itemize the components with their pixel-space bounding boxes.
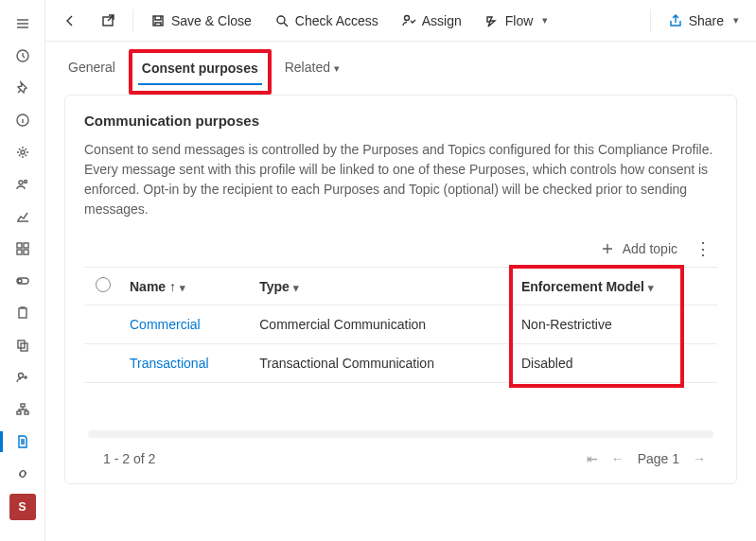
clock-icon[interactable]	[0, 40, 45, 72]
arrow-left-icon	[62, 13, 78, 28]
open-icon	[100, 13, 115, 28]
save-icon	[150, 13, 166, 28]
main-area: Save & Close Check Access Assign Flow▾ S…	[45, 0, 756, 541]
horizontal-scrollbar[interactable]	[88, 430, 713, 438]
share-icon	[668, 13, 683, 28]
panel-description: Consent to send messages is controlled b…	[84, 140, 717, 219]
add-topic-label: Add topic	[623, 241, 677, 256]
back-button[interactable]	[53, 6, 87, 36]
share-button[interactable]: Share▾	[659, 6, 748, 36]
svg-point-14	[18, 374, 23, 378]
highlight-consent-tab: Consent purposes	[129, 49, 272, 95]
sort-asc-icon: ↑	[169, 279, 176, 294]
row-name-link[interactable]: Commercial	[130, 317, 201, 332]
table-row[interactable]: Commercial Commercial Communication Non-…	[84, 305, 717, 344]
svg-rect-11	[19, 308, 26, 318]
row-type: Commercial Communication	[252, 305, 514, 344]
page-first-button[interactable]: ⇤	[587, 451, 598, 466]
chevron-down-icon: ▾	[542, 14, 548, 26]
svg-rect-7	[17, 250, 22, 254]
purposes-table: Name ↑▾ Type▾ Enforcement Model▾ Commerc…	[84, 267, 717, 383]
assign-label: Assign	[422, 13, 462, 28]
flow-button[interactable]: Flow▾	[475, 6, 558, 36]
svg-point-2	[21, 150, 25, 154]
new-window-button[interactable]	[91, 6, 125, 36]
panel-title: Communication purposes	[84, 113, 717, 129]
info-icon[interactable]	[0, 104, 45, 136]
row-enforcement: Disabled	[514, 344, 717, 383]
flow-icon	[484, 13, 500, 28]
tab-general[interactable]: General	[64, 54, 119, 84]
chevron-down-icon: ▾	[180, 282, 185, 293]
more-menu-button[interactable]: ⋮	[694, 240, 712, 257]
divider	[132, 9, 133, 32]
svg-point-10	[18, 279, 22, 283]
chart-icon[interactable]	[0, 201, 45, 233]
chevron-down-icon: ▾	[334, 62, 340, 74]
command-bar: Save & Close Check Access Assign Flow▾ S…	[45, 0, 756, 42]
save-close-label: Save & Close	[171, 13, 252, 28]
search-icon	[274, 13, 290, 28]
svg-rect-8	[24, 250, 28, 254]
check-access-label: Check Access	[295, 13, 378, 28]
save-close-button[interactable]: Save & Close	[141, 6, 261, 36]
chevron-down-icon: ▾	[648, 282, 654, 293]
check-access-button[interactable]: Check Access	[265, 6, 388, 36]
radio-icon	[96, 277, 111, 292]
svg-point-3	[19, 181, 23, 184]
flow-label: Flow	[505, 13, 534, 28]
column-name[interactable]: Name ↑▾	[122, 268, 252, 305]
row-name-link[interactable]: Transactional	[130, 356, 209, 371]
document-icon[interactable]	[0, 426, 45, 458]
copy-icon[interactable]	[0, 329, 45, 361]
app-badge[interactable]: S	[9, 494, 36, 520]
svg-rect-15	[21, 404, 25, 407]
row-enforcement: Non-Restrictive	[514, 305, 717, 344]
share-label: Share	[689, 13, 724, 28]
pagination: 1 - 2 of 2 ⇤ ← Page 1 →	[84, 438, 717, 483]
svg-rect-17	[25, 411, 28, 414]
divider	[650, 9, 651, 32]
table-row[interactable]: Transactional Transactional Communicatio…	[84, 344, 717, 383]
column-type[interactable]: Type▾	[252, 268, 514, 305]
panel-toolbar: Add topic ⋮	[84, 236, 717, 267]
org-icon[interactable]	[0, 393, 45, 426]
tab-bar: General Consent purposes Related▾	[45, 42, 756, 85]
chevron-down-icon: ▾	[733, 14, 739, 26]
toggle-icon[interactable]	[0, 265, 45, 297]
svg-rect-6	[24, 243, 28, 248]
svg-point-4	[24, 181, 26, 183]
svg-point-20	[277, 16, 285, 24]
communication-purposes-panel: Communication purposes Consent to send m…	[64, 95, 737, 484]
person-plus-icon[interactable]	[0, 361, 45, 393]
add-topic-button[interactable]: Add topic	[600, 241, 677, 256]
tab-related[interactable]: Related▾	[281, 54, 343, 84]
svg-rect-5	[17, 243, 22, 248]
link-icon[interactable]	[0, 458, 45, 490]
select-all-header[interactable]	[84, 268, 122, 305]
hamburger-icon[interactable]	[0, 8, 45, 40]
assign-button[interactable]: Assign	[392, 6, 471, 36]
grid-icon[interactable]	[0, 233, 45, 265]
clipboard-icon[interactable]	[0, 297, 45, 329]
assign-icon	[401, 13, 416, 28]
svg-rect-16	[17, 411, 21, 414]
page-next-button[interactable]: →	[693, 451, 706, 466]
plus-icon	[600, 241, 615, 256]
left-rail: S	[0, 0, 45, 541]
page-prev-button[interactable]: ←	[611, 451, 624, 466]
column-enforcement-model[interactable]: Enforcement Model▾	[514, 268, 717, 305]
tab-related-label: Related	[285, 60, 330, 75]
page-label: Page 1	[638, 451, 679, 466]
paging-range: 1 - 2 of 2	[103, 451, 155, 466]
gear-icon[interactable]	[0, 136, 45, 168]
people-icon[interactable]	[0, 168, 45, 201]
svg-point-21	[404, 15, 409, 20]
pin-icon[interactable]	[0, 72, 45, 104]
tab-consent-purposes[interactable]: Consent purposes	[138, 55, 262, 85]
chevron-down-icon: ▾	[293, 282, 299, 293]
row-type: Transactional Communication	[252, 344, 514, 383]
